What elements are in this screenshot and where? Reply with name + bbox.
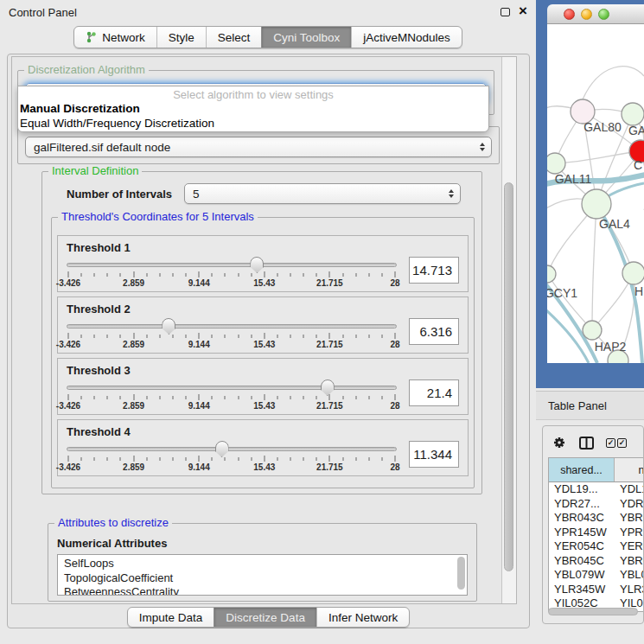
node-top-right[interactable] (622, 103, 644, 125)
table-cell: YLR3 (615, 583, 644, 597)
threshold-row: Threshold 3 -3.4262.8599.14415.4321.7152… (57, 358, 469, 415)
settings-vertical-scrollbar[interactable] (501, 57, 516, 603)
tab-label: Cyni Toolbox (273, 31, 340, 44)
threshold-slider[interactable]: -3.4262.8599.14415.4321.71528 (67, 378, 397, 414)
slider-track[interactable] (67, 324, 397, 328)
tab-jactivemnodules[interactable]: jActiveMNodules (351, 27, 462, 48)
slider-tick-labels: -3.4262.8599.14415.4321.71528 (68, 340, 395, 351)
application-root: Control Panel × NetworkStyleSelectCyni T… (0, 0, 644, 644)
table-horizontal-scrollbar[interactable] (548, 608, 638, 615)
checkbox-checked-icon[interactable]: ✓ (617, 438, 627, 448)
table-toolbar: ✓ ✓ (552, 433, 627, 452)
attribute-item-selfloops[interactable]: SelfLoops (64, 557, 467, 571)
scrollbar-thumb[interactable] (504, 182, 513, 571)
node-GAL11[interactable] (547, 153, 565, 174)
network-icon (86, 31, 97, 43)
table-row[interactable]: YBR045CYBR0 (549, 554, 644, 569)
table-data-combo-value: galFiltered.sif default node (34, 141, 170, 154)
tab-network[interactable]: Network (74, 27, 156, 48)
tab-discretize-data[interactable]: Discretize Data (214, 608, 316, 627)
tab-label: Discretize Data (226, 611, 305, 624)
column-header-na[interactable]: na (615, 458, 644, 481)
table-cell: YER054C (549, 539, 615, 554)
algorithm-option-equal-width-frequency-discretization[interactable]: Equal Width/Frequency Discretization (18, 117, 488, 131)
node-H[interactable] (622, 262, 644, 284)
table-row[interactable]: YBL079WYBL0 (549, 568, 644, 583)
table-cell: YBL079W (549, 568, 615, 583)
close-icon[interactable]: × (519, 3, 527, 20)
float-window-icon[interactable] (501, 8, 510, 16)
slider-ticks (68, 271, 395, 278)
attribute-item-topologicalcoefficient[interactable]: TopologicalCoefficient (64, 571, 467, 586)
network-edge (547, 274, 592, 330)
node-HAP2[interactable] (583, 321, 602, 340)
network-window-titlebar[interactable] (547, 4, 644, 24)
close-red-icon[interactable] (564, 9, 575, 20)
discretization-algorithm-group-title: Discretization Algorithm (24, 63, 149, 76)
zoom-green-icon[interactable] (598, 9, 609, 20)
thresholds-group: Threshold's Coordinates for 5 Intervals … (51, 217, 475, 488)
column-header-shared-[interactable]: shared... (549, 458, 615, 481)
network-edge (555, 151, 641, 163)
node-GAL4[interactable] (582, 189, 611, 219)
gear-icon[interactable] (552, 435, 567, 450)
attribute-item-betweennesscentrality[interactable]: BetweennessCentrality (64, 585, 467, 596)
numerical-attributes-list[interactable]: SelfLoopsTopologicalCoefficientBetweenne… (57, 554, 468, 596)
slider-track[interactable] (67, 386, 397, 390)
table-row[interactable]: YPR145WYPR1 (549, 526, 644, 540)
algorithm-dropdown-hint: Select algorithm to view settings (18, 88, 488, 102)
attributes-list-scrollbar[interactable] (457, 557, 465, 590)
thresholds-group-title: Threshold's Coordinates for 5 Intervals (58, 210, 258, 223)
threshold-label: Threshold 3 (67, 364, 459, 377)
tab-style[interactable]: Style (156, 27, 206, 48)
numerical-attributes-heading: Numerical Attributes (57, 537, 468, 550)
tab-select[interactable]: Select (206, 27, 262, 48)
table-cell: YBR045C (549, 554, 615, 569)
network-edge (592, 204, 596, 330)
table-cell: YLR345W (549, 583, 615, 597)
column-toggles: ✓ ✓ (606, 438, 627, 448)
number-of-intervals-label: Number of Intervals (67, 188, 172, 201)
tab-cyni-toolbox[interactable]: Cyni Toolbox (261, 27, 351, 48)
minimize-yellow-icon[interactable] (581, 9, 592, 20)
table-cell: YDL19... (549, 482, 615, 497)
table-row[interactable]: YER054CYER0 (549, 539, 644, 554)
node-label-gcy1: GCY1 (547, 286, 577, 300)
algorithm-dropdown-popup: Select algorithm to view settings Manual… (17, 86, 489, 132)
table-row[interactable]: YDL19...YDL1 (549, 482, 644, 497)
checkbox-checked-icon[interactable]: ✓ (606, 438, 615, 448)
slider-track[interactable] (67, 447, 397, 451)
table-row[interactable]: YLR345WYLR3 (549, 583, 644, 597)
threshold-value-field[interactable]: 11.344 (409, 441, 459, 468)
combo-arrows-icon (449, 189, 454, 198)
threshold-row: Threshold 2 -3.4262.8599.14415.4321.7152… (57, 296, 469, 354)
combo-arrows-icon (480, 143, 485, 151)
network-canvas[interactable]: GAL80GACGAL11GAL4GCY1HHAP2 (547, 24, 644, 363)
network-edge (583, 67, 644, 99)
threshold-slider[interactable]: -3.4262.8599.14415.4321.71528 (67, 316, 397, 353)
node-label-gal80: GAL80 (583, 120, 622, 134)
threshold-row: Threshold 4 -3.4262.8599.14415.4321.7152… (57, 419, 469, 476)
threshold-slider[interactable]: -3.4262.8599.14415.4321.71528 (67, 255, 397, 291)
columns-icon[interactable] (579, 437, 594, 450)
table-data-combo[interactable]: galFiltered.sif default node (25, 137, 492, 157)
table-row[interactable]: YBR043CYBR0 (549, 511, 644, 526)
table-panel-title: Table Panel (548, 399, 607, 412)
node-label-h: H (634, 284, 643, 298)
threshold-slider[interactable]: -3.4262.8599.14415.4321.71528 (67, 439, 397, 475)
table-cell: YDL1 (615, 482, 644, 497)
threshold-value-field[interactable]: 21.4 (409, 379, 459, 406)
table-panel-titlebar: Table Panel (536, 391, 644, 420)
tab-infer-network[interactable]: Infer Network (316, 608, 409, 627)
threshold-value-field[interactable]: 6.316 (409, 318, 459, 345)
number-of-intervals-combo[interactable]: 5 (184, 183, 461, 204)
node-GCY1[interactable] (547, 265, 556, 283)
threshold-value-field[interactable]: 14.713 (409, 257, 459, 284)
threshold-row: Threshold 1 -3.4262.8599.14415.4321.7152… (57, 235, 469, 292)
algorithm-option-manual-discretization[interactable]: Manual Discretization (18, 102, 488, 117)
node-label-hap2: HAP2 (595, 340, 627, 354)
tab-impute-data[interactable]: Impute Data (128, 608, 214, 627)
cyni-bottom-tabs: Impute DataDiscretize DataInfer Network (127, 607, 410, 628)
table-row[interactable]: YDR27...YDR2 (549, 497, 644, 512)
slider-track[interactable] (67, 263, 397, 267)
